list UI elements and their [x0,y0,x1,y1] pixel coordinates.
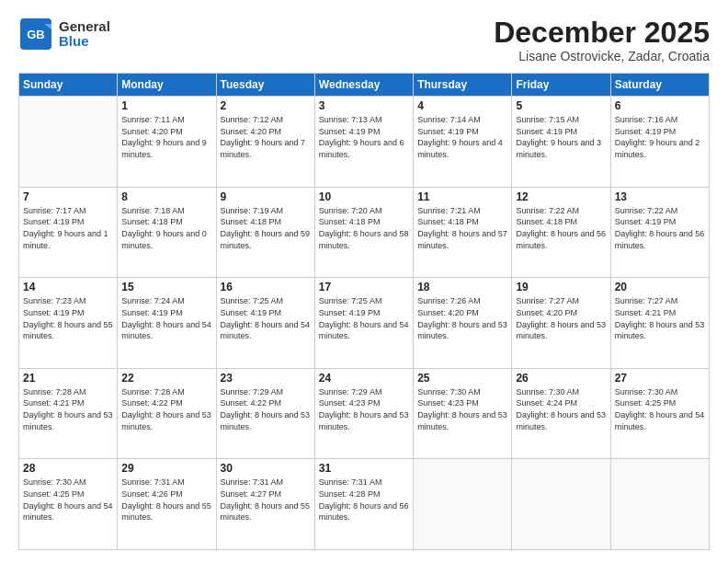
table-cell: 10Sunrise: 7:20 AMSunset: 4:18 PMDayligh… [314,187,413,278]
day-number: 11 [417,190,507,203]
table-cell: 25Sunrise: 7:30 AMSunset: 4:23 PMDayligh… [414,368,512,459]
day-number: 30 [221,462,311,475]
col-thursday: Thursday [414,74,512,97]
day-info: Sunrise: 7:20 AMSunset: 4:18 PMDaylight:… [319,205,409,251]
table-cell [414,459,512,550]
table-cell: 8Sunrise: 7:18 AMSunset: 4:18 PMDaylight… [118,187,216,278]
day-info: Sunrise: 7:30 AMSunset: 4:23 PMDaylight:… [417,386,507,432]
month-title: December 2025 [494,17,710,49]
day-info: Sunrise: 7:14 AMSunset: 4:19 PMDaylight:… [417,114,507,160]
day-info: Sunrise: 7:31 AMSunset: 4:27 PMDaylight:… [221,477,311,523]
day-info: Sunrise: 7:22 AMSunset: 4:18 PMDaylight:… [516,205,606,251]
day-number: 3 [319,99,409,112]
day-info: Sunrise: 7:28 AMSunset: 4:21 PMDaylight:… [23,386,113,432]
table-cell [610,459,709,550]
col-wednesday: Wednesday [314,74,413,97]
col-saturday: Saturday [610,74,709,97]
day-number: 16 [221,281,311,293]
day-info: Sunrise: 7:24 AMSunset: 4:19 PMDaylight:… [121,295,211,341]
day-info: Sunrise: 7:25 AMSunset: 4:19 PMDaylight:… [319,295,409,341]
day-info: Sunrise: 7:28 AMSunset: 4:22 PMDaylight:… [121,386,211,432]
table-cell: 4Sunrise: 7:14 AMSunset: 4:19 PMDaylight… [414,97,512,188]
day-info: Sunrise: 7:23 AMSunset: 4:19 PMDaylight:… [23,295,113,341]
day-number: 23 [221,372,311,385]
table-cell: 13Sunrise: 7:22 AMSunset: 4:19 PMDayligh… [610,187,709,278]
day-info: Sunrise: 7:22 AMSunset: 4:19 PMDaylight:… [615,205,705,251]
logo: GB General Blue [18,17,110,52]
day-number: 31 [319,462,409,475]
table-cell: 23Sunrise: 7:29 AMSunset: 4:22 PMDayligh… [216,368,314,459]
day-info: Sunrise: 7:16 AMSunset: 4:19 PMDaylight:… [615,114,705,160]
table-cell: 16Sunrise: 7:25 AMSunset: 4:19 PMDayligh… [216,278,314,369]
col-friday: Friday [512,74,610,97]
table-cell: 22Sunrise: 7:28 AMSunset: 4:22 PMDayligh… [118,368,216,459]
table-cell: 31Sunrise: 7:31 AMSunset: 4:28 PMDayligh… [314,459,413,550]
day-number: 20 [615,281,705,293]
day-info: Sunrise: 7:29 AMSunset: 4:23 PMDaylight:… [319,386,409,432]
col-tuesday: Tuesday [216,74,314,97]
day-number: 26 [516,372,606,385]
logo-general: General [59,19,110,35]
day-number: 9 [221,190,311,203]
table-cell: 11Sunrise: 7:21 AMSunset: 4:18 PMDayligh… [414,187,512,278]
table-cell [512,459,610,550]
table-cell: 9Sunrise: 7:19 AMSunset: 4:18 PMDaylight… [216,187,314,278]
day-number: 2 [221,99,311,112]
table-cell: 26Sunrise: 7:30 AMSunset: 4:24 PMDayligh… [512,368,610,459]
day-number: 22 [121,372,211,385]
day-info: Sunrise: 7:18 AMSunset: 4:18 PMDaylight:… [121,205,211,251]
calendar-week-row: 14Sunrise: 7:23 AMSunset: 4:19 PMDayligh… [19,278,710,369]
table-cell [19,97,118,188]
table-cell: 2Sunrise: 7:12 AMSunset: 4:20 PMDaylight… [216,97,314,188]
day-number: 13 [615,190,705,203]
calendar-week-row: 7Sunrise: 7:17 AMSunset: 4:19 PMDaylight… [19,187,710,278]
day-info: Sunrise: 7:31 AMSunset: 4:28 PMDaylight:… [319,477,409,523]
table-cell: 18Sunrise: 7:26 AMSunset: 4:20 PMDayligh… [414,278,512,369]
table-cell: 3Sunrise: 7:13 AMSunset: 4:19 PMDaylight… [314,97,413,188]
day-info: Sunrise: 7:26 AMSunset: 4:20 PMDaylight:… [417,295,507,341]
day-number: 10 [319,190,409,203]
day-info: Sunrise: 7:30 AMSunset: 4:25 PMDaylight:… [615,386,705,432]
day-number: 25 [417,372,507,385]
day-number: 8 [121,190,211,203]
calendar: Sunday Monday Tuesday Wednesday Thursday… [18,73,710,550]
day-info: Sunrise: 7:30 AMSunset: 4:24 PMDaylight:… [516,386,606,432]
calendar-week-row: 21Sunrise: 7:28 AMSunset: 4:21 PMDayligh… [19,368,710,459]
day-number: 14 [23,281,113,293]
day-number: 21 [23,372,113,385]
day-info: Sunrise: 7:12 AMSunset: 4:20 PMDaylight:… [221,114,311,160]
table-cell: 14Sunrise: 7:23 AMSunset: 4:19 PMDayligh… [19,278,118,369]
day-info: Sunrise: 7:11 AMSunset: 4:20 PMDaylight:… [121,114,211,160]
day-info: Sunrise: 7:13 AMSunset: 4:19 PMDaylight:… [319,114,409,160]
col-sunday: Sunday [19,74,118,97]
logo-icon: GB [18,17,53,52]
title-block: December 2025 Lisane Ostrovicke, Zadar, … [494,17,710,63]
table-cell: 5Sunrise: 7:15 AMSunset: 4:19 PMDaylight… [512,97,610,188]
day-number: 29 [121,462,211,475]
day-number: 24 [319,372,409,385]
table-cell: 21Sunrise: 7:28 AMSunset: 4:21 PMDayligh… [19,368,118,459]
table-cell: 28Sunrise: 7:30 AMSunset: 4:25 PMDayligh… [19,459,118,550]
day-number: 7 [23,190,113,203]
table-cell: 27Sunrise: 7:30 AMSunset: 4:25 PMDayligh… [610,368,709,459]
table-cell: 12Sunrise: 7:22 AMSunset: 4:18 PMDayligh… [512,187,610,278]
day-info: Sunrise: 7:25 AMSunset: 4:19 PMDaylight:… [221,295,311,341]
day-number: 6 [615,99,705,112]
day-number: 27 [615,372,705,385]
calendar-week-row: 28Sunrise: 7:30 AMSunset: 4:25 PMDayligh… [19,459,710,550]
day-info: Sunrise: 7:29 AMSunset: 4:22 PMDaylight:… [221,386,311,432]
table-cell: 30Sunrise: 7:31 AMSunset: 4:27 PMDayligh… [216,459,314,550]
svg-text:GB: GB [27,28,45,41]
table-cell: 19Sunrise: 7:27 AMSunset: 4:20 PMDayligh… [512,278,610,369]
table-cell: 29Sunrise: 7:31 AMSunset: 4:26 PMDayligh… [118,459,216,550]
day-number: 4 [417,99,507,112]
table-cell: 17Sunrise: 7:25 AMSunset: 4:19 PMDayligh… [314,278,413,369]
day-number: 1 [121,99,211,112]
table-cell: 1Sunrise: 7:11 AMSunset: 4:20 PMDaylight… [118,97,216,188]
calendar-header-row: Sunday Monday Tuesday Wednesday Thursday… [19,74,710,97]
day-info: Sunrise: 7:27 AMSunset: 4:21 PMDaylight:… [615,295,705,341]
logo-blue: Blue [59,34,110,50]
day-number: 18 [417,281,507,293]
table-cell: 7Sunrise: 7:17 AMSunset: 4:19 PMDaylight… [19,187,118,278]
day-info: Sunrise: 7:31 AMSunset: 4:26 PMDaylight:… [121,477,211,523]
